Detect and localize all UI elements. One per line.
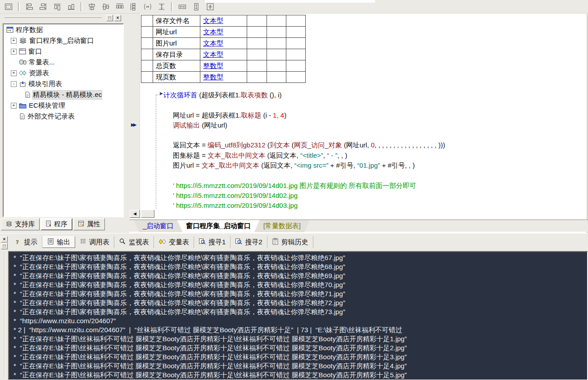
document-tab-1[interactable]: 窗口程序集_启动窗口 xyxy=(177,220,259,232)
expand-icon[interactable]: + xyxy=(11,103,17,109)
document-tab-2[interactable]: [常量数据表] xyxy=(254,220,310,232)
variable-empty-cell[interactable] xyxy=(286,72,306,83)
tree-item-6[interactable]: 精易模块 - 精易模块.ec xyxy=(4,89,123,100)
variable-empty-cell[interactable] xyxy=(267,38,286,49)
variable-empty-cell[interactable] xyxy=(267,15,286,27)
code-line-6[interactable]: 图集标题 = 文本_取出中间文本 (返回文本, “<title>”, “ - ”… xyxy=(140,151,587,160)
variable-name-cell[interactable]: 总页数 xyxy=(153,60,200,72)
code-line-0[interactable]: 计次循环首 (超级列表框1.取表项数 (), i) xyxy=(140,90,587,100)
variable-type-cell[interactable]: 整数型 xyxy=(200,72,247,83)
variable-type-cell[interactable]: 文本型 xyxy=(200,15,247,27)
variable-name-cell[interactable]: 现页数 xyxy=(153,72,200,83)
output-console[interactable]: * “正在保存E:\妹子图\家有骚妻陶喜乐，夜夜销魂让你弹尽粮绝\家有骚妻陶喜乐… xyxy=(8,251,588,380)
output-panel-close-button[interactable]: × xyxy=(1,236,8,243)
output-tab-2[interactable]: 调用表 xyxy=(75,236,114,248)
variable-empty-cell[interactable] xyxy=(247,15,267,27)
variable-row-gutter[interactable] xyxy=(141,49,153,60)
collapse-icon[interactable]: - xyxy=(11,81,17,87)
variable-empty-cell[interactable] xyxy=(247,49,267,60)
output-tab-0[interactable]: ?提示 xyxy=(10,236,42,248)
variable-empty-cell[interactable] xyxy=(247,27,267,38)
variable-row-gutter[interactable] xyxy=(141,72,153,83)
code-line-10[interactable]: ' https://i5.mmzztt.com/2019/09/14d02.jp… xyxy=(140,191,587,201)
output-tab-4[interactable]: 变量表 xyxy=(154,236,194,248)
same-width-icon[interactable] xyxy=(176,1,188,13)
local-variable-table[interactable]: 保存文件名文本型网址url文本型图片url文本型保存目录文本型总页数整数型现页数… xyxy=(141,15,306,83)
equal-horizontal-spacing-icon[interactable] xyxy=(142,1,154,13)
expand-icon[interactable]: + xyxy=(11,38,17,44)
variable-type-link[interactable]: 文本型 xyxy=(203,50,223,58)
variable-name-cell[interactable]: 图片url xyxy=(153,38,200,49)
variable-empty-cell[interactable] xyxy=(267,27,286,38)
document-tab-0[interactable]: _启动窗口 xyxy=(134,220,182,232)
space-evenly-vertical-icon[interactable] xyxy=(128,1,140,13)
variable-empty-cell[interactable] xyxy=(267,72,286,83)
variable-row[interactable]: 现页数整数型 xyxy=(141,72,306,83)
code-line-7[interactable]: 图片url = 文本_取出中间文本 (返回文本, “<img src=” + #… xyxy=(140,160,587,170)
variable-type-link[interactable]: 文本型 xyxy=(203,39,223,47)
output-tab-3[interactable]: 监视表 xyxy=(114,236,154,248)
variable-empty-cell[interactable] xyxy=(247,60,267,72)
variable-type-link[interactable]: 文本型 xyxy=(203,28,223,36)
output-tab-1[interactable]: 输出 xyxy=(42,236,75,248)
variable-empty-cell[interactable] xyxy=(286,15,306,27)
code-line-5[interactable]: 返回文本 = 编码_utf8到gb2312 (到文本 (网页_访问_对象 (网址… xyxy=(140,140,587,150)
variable-row-gutter[interactable] xyxy=(141,27,153,38)
variable-type-cell[interactable]: 文本型 xyxy=(200,49,247,60)
code-line-11[interactable]: ' https://i5.mmzztt.com/2019/09/14d03.jp… xyxy=(140,201,587,211)
output-panel-float-button[interactable]: □ xyxy=(1,243,8,249)
variable-name-cell[interactable]: 网址url xyxy=(153,27,200,38)
center-vertical-icon[interactable] xyxy=(100,1,112,13)
variable-row[interactable]: 保存目录文本型 xyxy=(141,49,306,60)
panel-float-button[interactable]: □ xyxy=(106,15,113,21)
scroll-left-button[interactable]: ◀ xyxy=(130,210,140,218)
expand-icon[interactable]: + xyxy=(11,49,17,55)
panel-drag-grip[interactable] xyxy=(5,18,102,18)
workspace-tab-1[interactable]: 程序 xyxy=(41,218,72,230)
variable-empty-cell[interactable] xyxy=(286,60,306,72)
workspace-tab-0[interactable]: 支持库 xyxy=(1,218,40,230)
code-line-1[interactable] xyxy=(140,100,587,110)
variable-type-cell[interactable]: 整数型 xyxy=(200,60,247,72)
variable-empty-cell[interactable] xyxy=(286,27,306,38)
output-tab-6[interactable]: 搜寻2 xyxy=(231,236,267,248)
align-right-icon[interactable] xyxy=(37,1,49,13)
tree-item-3[interactable]: 常量表... xyxy=(4,57,123,68)
variable-empty-cell[interactable] xyxy=(267,49,286,60)
tree-item-5[interactable]: -模块引用表 xyxy=(4,78,123,89)
code-line-4[interactable] xyxy=(140,130,587,140)
variable-type-cell[interactable]: 文本型 xyxy=(200,27,247,38)
tree-item-1[interactable]: +窗口程序集_启动窗口 xyxy=(4,35,123,46)
variable-empty-cell[interactable] xyxy=(286,49,306,60)
code-lines[interactable]: 计次循环首 (超级列表框1.取表项数 (), i)网址url = 超级列表框1.… xyxy=(140,90,587,211)
form-designer-icon[interactable] xyxy=(3,1,14,13)
align-left-icon[interactable] xyxy=(23,1,35,13)
variable-name-cell[interactable]: 保存目录 xyxy=(153,49,200,60)
tree-item-0[interactable]: 程序数据 xyxy=(4,24,123,35)
variable-type-link[interactable]: 整数型 xyxy=(203,62,223,69)
variable-row[interactable]: 保存文件名文本型 xyxy=(141,15,306,27)
center-horizontal-icon[interactable] xyxy=(86,1,98,13)
output-tab-5[interactable]: 搜寻1 xyxy=(194,236,231,248)
variable-row[interactable]: 图片url文本型 xyxy=(141,38,306,49)
code-line-2[interactable]: 网址url = 超级列表框1.取标题 (i - 1, 4) xyxy=(140,110,587,120)
code-line-8[interactable] xyxy=(140,170,587,180)
code-line-9[interactable]: ' https://i5.mmzztt.com/2019/09/14d01.jp… xyxy=(140,181,587,191)
variable-empty-cell[interactable] xyxy=(247,38,267,49)
scrollbar-thumb[interactable] xyxy=(141,210,154,218)
tree-item-8[interactable]: 外部文件记录表 xyxy=(4,111,123,122)
editor-content[interactable]: 保存文件名文本型网址url文本型图片url文本型保存目录文本型总页数整数型现页数… xyxy=(140,14,587,219)
output-tab-7[interactable]: 剪辑历史 xyxy=(267,236,313,248)
variable-type-link[interactable]: 文本型 xyxy=(203,17,223,24)
variable-type-cell[interactable]: 文本型 xyxy=(200,38,247,49)
variable-row-gutter[interactable] xyxy=(141,60,153,72)
variable-row-gutter[interactable] xyxy=(141,15,153,27)
code-line-3[interactable]: 调试输出 (网址url) xyxy=(140,120,587,130)
variable-row[interactable]: 网址url文本型 xyxy=(141,27,306,38)
panel-close-button[interactable]: × xyxy=(114,15,121,21)
align-top-icon[interactable] xyxy=(51,1,63,13)
variable-row-gutter[interactable] xyxy=(141,38,153,49)
variable-empty-cell[interactable] xyxy=(247,72,267,83)
variable-empty-cell[interactable] xyxy=(286,38,306,49)
tree-item-7[interactable]: +EC模块管理 xyxy=(4,100,123,111)
